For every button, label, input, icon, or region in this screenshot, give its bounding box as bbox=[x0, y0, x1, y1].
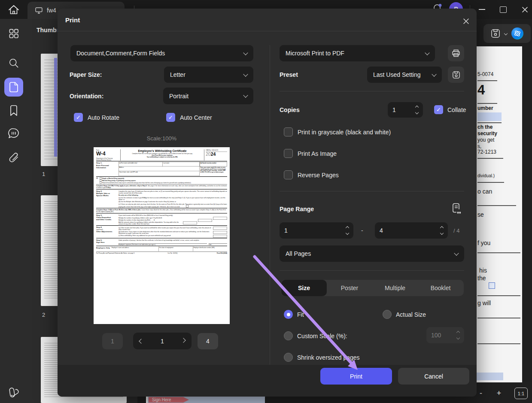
cancel-button[interactable]: Cancel bbox=[398, 368, 469, 385]
printer-dropdown[interactable]: Microsoft Print to PDF bbox=[280, 45, 435, 61]
pdf-text-fragment: you get bbox=[477, 137, 494, 143]
w4-footer-center: Cat. No. 10220Q bbox=[155, 252, 191, 254]
sidebar-item-attachments[interactable] bbox=[7, 151, 21, 165]
custom-scale-input[interactable]: 100 bbox=[426, 327, 464, 343]
save-file-button[interactable] bbox=[491, 29, 500, 38]
pdf-text-fragment: the bbox=[477, 275, 486, 282]
first-page-button[interactable]: 1 bbox=[102, 333, 123, 349]
w4-field-ssn: (b) Social security number bbox=[200, 162, 227, 167]
w4-signature-line: Employee's signature (This form is not v… bbox=[119, 243, 207, 245]
current-page: 1 bbox=[161, 338, 164, 345]
w4-dept2: Internal Revenue Service bbox=[96, 159, 120, 161]
minimize-icon bbox=[479, 9, 485, 10]
pdf-text-fragment: g will bbox=[477, 300, 491, 306]
copies-stepper[interactable]: 1 bbox=[388, 102, 423, 118]
w4-step2-p2: Do only one of the following. bbox=[119, 194, 227, 196]
w4-year-bold: 24 bbox=[211, 152, 216, 157]
minimize-button[interactable] bbox=[477, 5, 487, 14]
sidebar-item-tools[interactable] bbox=[7, 385, 21, 400]
increment-icon[interactable] bbox=[415, 106, 419, 109]
sidebar-item-bookmarks[interactable] bbox=[7, 104, 21, 117]
actual-size-button[interactable]: 1:1 bbox=[514, 388, 528, 399]
sidebar-item-comments[interactable] bbox=[7, 127, 21, 140]
reverse-pages-checkbox[interactable] bbox=[284, 170, 293, 179]
w4-amount-box bbox=[198, 219, 212, 222]
range-to-input[interactable]: 4 bbox=[375, 222, 448, 239]
save-options-chevron[interactable] bbox=[504, 32, 508, 35]
print-as-image-checkbox[interactable] bbox=[284, 149, 293, 158]
search-icon bbox=[8, 57, 20, 69]
custom-scale-radio[interactable] bbox=[284, 331, 293, 340]
collate-checkbox[interactable]: ✓ bbox=[434, 105, 443, 114]
orientation-value: Portrait bbox=[169, 93, 188, 100]
pdf-text-fragment: 5-0074 bbox=[477, 71, 493, 77]
pdf-text-fragment: o can bbox=[477, 188, 492, 195]
form-field[interactable] bbox=[477, 373, 503, 380]
paper-size-dropdown[interactable]: Letter bbox=[164, 67, 253, 83]
auto-rotate-checkbox[interactable]: ✓ bbox=[74, 113, 83, 122]
zoom-in-button[interactable]: + bbox=[495, 388, 503, 399]
thumbnails-header: Thumbnails bbox=[36, 27, 57, 35]
bookmark-icon bbox=[9, 105, 19, 117]
decrement-icon[interactable] bbox=[440, 231, 444, 235]
sign-here-badge[interactable]: Sign Here bbox=[149, 397, 189, 403]
dialog-close-button[interactable] bbox=[460, 15, 471, 27]
print-button[interactable]: Print bbox=[320, 368, 392, 385]
ai-assistant-button[interactable] bbox=[511, 27, 523, 39]
print-content-dropdown[interactable]: Document,Comment,Form Fields bbox=[70, 45, 253, 61]
paper-size-label: Paper Size: bbox=[70, 67, 102, 83]
w4-step3-p1: If your total income will be $200,000 or… bbox=[119, 215, 227, 216]
actual-size-radio[interactable] bbox=[383, 310, 392, 319]
sidebar-item-grid[interactable] bbox=[7, 27, 21, 40]
tab-booklet[interactable]: Booklet bbox=[418, 280, 463, 296]
tab-multiple[interactable]: Multiple bbox=[372, 280, 418, 296]
save-preset-button[interactable] bbox=[448, 67, 464, 83]
next-page-icon[interactable] bbox=[181, 338, 185, 342]
grayscale-checkbox[interactable] bbox=[284, 127, 293, 136]
chat-icon bbox=[7, 127, 20, 139]
w4-step4-sub: Other Adjustments bbox=[96, 230, 113, 233]
w4-checkbox bbox=[100, 182, 102, 184]
auto-center-checkbox[interactable]: ✓ bbox=[166, 113, 175, 122]
previous-page-icon[interactable] bbox=[139, 339, 143, 343]
pdf-text-fragment: ch the bbox=[477, 124, 492, 130]
home-button[interactable] bbox=[6, 3, 21, 16]
page-subset-dropdown[interactable]: All Pages bbox=[280, 245, 464, 262]
custom-range-button[interactable] bbox=[450, 202, 463, 215]
quick-actions-group bbox=[483, 24, 531, 43]
window-close-button[interactable] bbox=[520, 5, 530, 14]
sidebar-item-thumbnails[interactable] bbox=[4, 78, 23, 97]
w4-footer-left: For Privacy Act and Paperwork Reduction … bbox=[96, 252, 155, 254]
printer-icon bbox=[451, 48, 461, 58]
decrement-icon[interactable] bbox=[346, 231, 349, 235]
pdf-text-fragment: se bbox=[477, 211, 484, 218]
zoom-out-button[interactable]: - bbox=[477, 388, 485, 399]
form-checkbox[interactable] bbox=[489, 282, 495, 289]
monitor-icon bbox=[35, 7, 43, 14]
increment-icon[interactable] bbox=[346, 226, 349, 230]
maximize-button[interactable] bbox=[499, 5, 508, 14]
sidebar-item-search[interactable] bbox=[7, 57, 21, 70]
orientation-dropdown[interactable]: Portrait bbox=[163, 88, 253, 104]
fit-radio[interactable] bbox=[284, 310, 293, 319]
increment-icon[interactable] bbox=[440, 226, 444, 230]
w4-amount-box bbox=[213, 231, 227, 234]
preset-dropdown[interactable]: Last Used Setting bbox=[367, 67, 442, 83]
tab-size[interactable]: Size bbox=[281, 280, 327, 296]
form-field-highlight bbox=[54, 58, 57, 157]
reverse-pages-label: Reverse Pages bbox=[298, 170, 339, 179]
decrement-icon[interactable] bbox=[415, 111, 419, 114]
w4-c-label: (c) bbox=[96, 177, 100, 184]
tab-poster[interactable]: Poster bbox=[327, 280, 372, 296]
range-from-input[interactable]: 1 bbox=[280, 222, 353, 239]
w4-checkbox bbox=[100, 179, 102, 182]
range-total: / 4 bbox=[453, 222, 459, 239]
shrink-oversized-radio[interactable] bbox=[284, 353, 293, 362]
page-subset-value: All Pages bbox=[286, 250, 311, 257]
chevron-down-icon bbox=[454, 251, 459, 255]
last-page-button[interactable]: 4 bbox=[198, 333, 218, 349]
form-field[interactable] bbox=[477, 112, 502, 121]
collate-label: Collate bbox=[447, 105, 466, 114]
printer-properties-button[interactable] bbox=[448, 45, 464, 61]
pdf-text-fragment: dividual.) bbox=[477, 173, 495, 178]
